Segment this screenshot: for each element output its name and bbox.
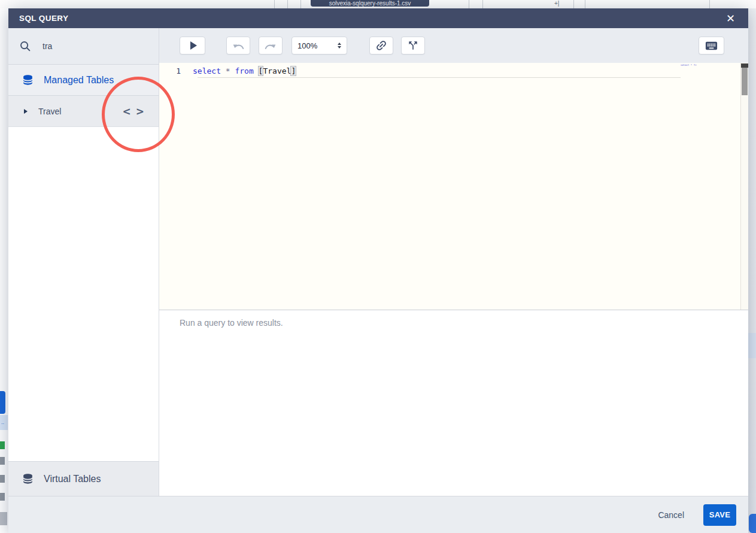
sidebar-empty-area (8, 127, 159, 461)
background-bar-fragment (0, 512, 7, 525)
sql-query-dialog: SQL QUERY ✕ Managed Tables Travel < > (8, 8, 748, 533)
table-row-travel[interactable]: Travel < > (8, 96, 159, 127)
managed-tables-label: Managed Tables (44, 75, 114, 86)
grid-line (469, 0, 469, 8)
grid-line (709, 0, 710, 8)
zoom-select[interactable]: 100% (292, 37, 347, 54)
dialog-header: SQL QUERY ✕ (8, 8, 748, 28)
link-button[interactable] (369, 37, 393, 54)
play-icon (190, 41, 197, 50)
redo-icon (264, 41, 277, 50)
grid-line (300, 0, 301, 8)
editor-minimap: select * from [Travel] (681, 63, 697, 69)
active-line-underline (198, 77, 681, 78)
dialog-footer: Cancel SAVE (8, 496, 748, 533)
search-icon (19, 40, 31, 52)
background-icon-fragment (0, 475, 5, 483)
results-panel: Run a query to view results. (159, 310, 748, 496)
background-success-icon-fragment (0, 441, 5, 449)
bracket-token: ] (290, 66, 296, 76)
code-text: select * from [Travel] (186, 66, 296, 77)
keyword-token: from (235, 66, 253, 75)
undo-icon (232, 41, 245, 50)
database-icon (22, 473, 34, 485)
run-query-button[interactable] (180, 37, 205, 54)
database-icon (22, 74, 34, 86)
grid-line (482, 0, 483, 8)
branch-split-icon (407, 40, 419, 52)
editor-toolbar: 100% (159, 28, 748, 63)
keyword-token: select (193, 66, 221, 75)
background-spreadsheet-strip: solvexia-sqlquery-results-1.csv +| (0, 0, 756, 8)
scrollbar-thumb[interactable] (742, 68, 748, 95)
dialog-title: SQL QUERY (19, 14, 68, 23)
query-panel: 100% (159, 28, 748, 496)
background-icon-fragment (0, 493, 5, 501)
zoom-value: 100% (297, 41, 317, 50)
line-number: 1 (159, 66, 186, 77)
grid-line (573, 0, 574, 8)
tables-sidebar: Managed Tables Travel < > Virtual Tables (8, 28, 159, 496)
scrollbar-cap (741, 63, 748, 68)
table-search-input[interactable] (41, 41, 133, 52)
background-icon-fragment (0, 457, 5, 465)
grid-line (585, 0, 585, 8)
cancel-button[interactable]: Cancel (654, 510, 688, 520)
sidebar-section-virtual-tables[interactable]: Virtual Tables (8, 461, 159, 496)
close-button[interactable]: ✕ (724, 12, 737, 25)
virtual-tables-label: Virtual Tables (44, 474, 101, 484)
background-blue-fab-fragment (749, 514, 756, 533)
operator-token: * (226, 66, 230, 75)
save-button[interactable]: SAVE (703, 504, 736, 526)
background-right-strip (748, 8, 756, 533)
stepper-arrows-icon (338, 43, 341, 49)
background-blue-button-fragment (0, 391, 5, 414)
sidebar-section-managed-tables[interactable]: Managed Tables (8, 65, 159, 96)
background-right-band (748, 333, 756, 358)
grid-line (287, 0, 288, 8)
overflow-count: +| (554, 0, 559, 7)
code-line: 1select * from [Travel] (159, 63, 748, 77)
undo-button[interactable] (226, 37, 250, 54)
keyboard-icon (705, 39, 718, 53)
redo-button[interactable] (259, 37, 283, 54)
grid-line (274, 0, 275, 8)
insert-code-icon[interactable]: < > (123, 105, 145, 117)
table-name-token: Travel (263, 66, 291, 75)
branch-split-button[interactable] (401, 37, 425, 54)
table-search-row (8, 28, 159, 65)
background-link-row-fragment: .. (0, 415, 8, 430)
sql-code-editor[interactable]: 1select * from [Travel] select * from [T… (159, 63, 748, 310)
editor-scrollbar[interactable] (740, 63, 748, 310)
chevron-right-icon[interactable] (24, 109, 28, 114)
results-empty-message: Run a query to view results. (180, 318, 748, 328)
table-name: Travel (38, 107, 61, 116)
csv-filename-badge[interactable]: solvexia-sqlquery-results-1.csv (311, 0, 429, 7)
keyboard-shortcuts-button[interactable] (699, 37, 724, 54)
link-icon (375, 39, 388, 52)
